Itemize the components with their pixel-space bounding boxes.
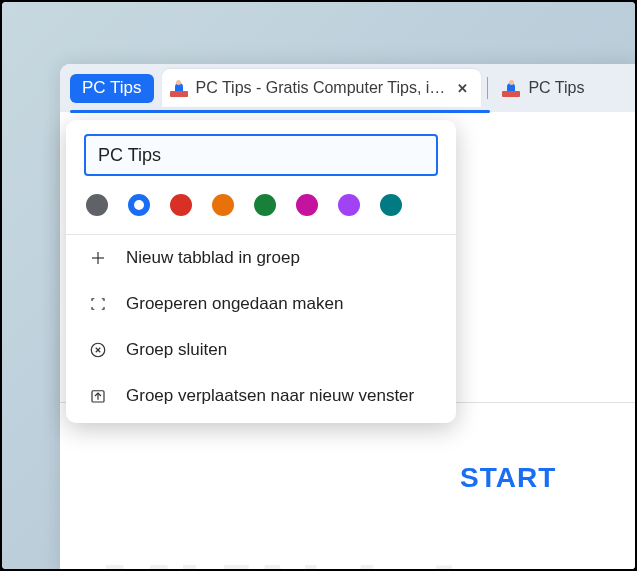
- menu-label: Groeperen ongedaan maken: [126, 294, 343, 314]
- color-swatch-purple[interactable]: [338, 194, 360, 216]
- browser-tab[interactable]: PC Tips - Gratis Computer Tips, i… ✕: [162, 69, 482, 107]
- tab-title: PC Tips - Gratis Computer Tips, i…: [196, 79, 446, 97]
- browser-tab[interactable]: PC Tips: [494, 69, 594, 107]
- new-window-icon: [88, 386, 108, 406]
- menu-label: Nieuw tabblad in groep: [126, 248, 300, 268]
- tab-group-context-menu: Nieuw tabblad in groep Groeperen ongedaa…: [66, 120, 456, 423]
- browser-window: PC Tips PC Tips - Gratis Computer Tips, …: [60, 64, 635, 569]
- tab-separator: [487, 77, 488, 99]
- color-swatch-orange[interactable]: [212, 194, 234, 216]
- color-swatch-teal[interactable]: [380, 194, 402, 216]
- menu-label: Groep sluiten: [126, 340, 227, 360]
- color-swatch-blue[interactable]: [128, 194, 150, 216]
- menu-ungroup[interactable]: Groeperen ongedaan maken: [66, 281, 456, 327]
- tab-title: PC Tips: [528, 79, 584, 97]
- color-swatch-grey[interactable]: [86, 194, 108, 216]
- menu-label: Groep verplaatsen naar nieuw venster: [126, 386, 414, 406]
- background-text: MIJN LA: [100, 544, 480, 569]
- tab-group-chip[interactable]: PC Tips: [70, 74, 154, 103]
- menu-close-group[interactable]: Groep sluiten: [66, 327, 456, 373]
- ungroup-icon: [88, 294, 108, 314]
- plus-icon: [88, 248, 108, 268]
- color-swatch-pink[interactable]: [296, 194, 318, 216]
- tab-strip: PC Tips PC Tips - Gratis Computer Tips, …: [60, 64, 635, 112]
- favicon-icon: [502, 79, 520, 97]
- group-color-picker: [66, 190, 456, 234]
- favicon-icon: [170, 79, 188, 97]
- close-icon[interactable]: ✕: [453, 79, 471, 97]
- color-swatch-green[interactable]: [254, 194, 276, 216]
- menu-new-tab-in-group[interactable]: Nieuw tabblad in groep: [66, 235, 456, 281]
- start-link[interactable]: START: [460, 462, 556, 494]
- group-name-input[interactable]: [84, 134, 438, 176]
- color-swatch-red[interactable]: [170, 194, 192, 216]
- close-circle-icon: [88, 340, 108, 360]
- menu-move-to-new-window[interactable]: Groep verplaatsen naar nieuw venster: [66, 373, 456, 419]
- tab-group-underline: [70, 110, 490, 113]
